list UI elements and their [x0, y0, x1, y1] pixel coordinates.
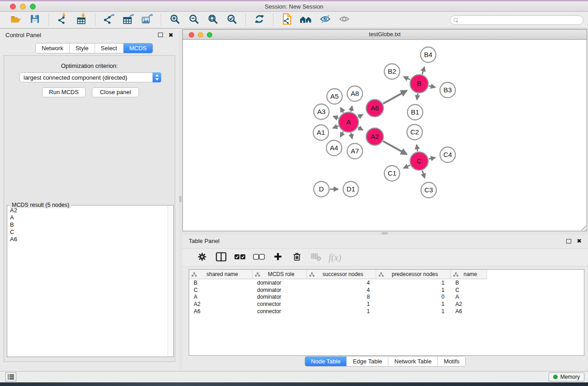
table-row[interactable]: Adominator80A — [189, 293, 584, 300]
cell-shared-name[interactable]: C — [189, 287, 253, 293]
cell-MCDS-role[interactable]: connector — [253, 308, 307, 315]
open-file-button[interactable] — [8, 13, 24, 27]
network-window-titlebar[interactable]: testGlobe.txt — [183, 30, 587, 40]
divider-handle[interactable] — [382, 232, 388, 234]
graph-edge-C-C4[interactable] — [429, 157, 435, 159]
horizontal-split-divider[interactable] — [182, 231, 588, 235]
cell-shared-name[interactable]: A6 — [189, 308, 253, 315]
float-panel-icon[interactable] — [566, 239, 571, 243]
show-columns-button[interactable] — [212, 251, 229, 264]
cell-predecessor-nodes[interactable]: 1 — [376, 301, 451, 307]
mcds-result-item[interactable]: A — [8, 214, 167, 221]
cell-shared-name[interactable]: B — [189, 280, 253, 286]
graph-node-A2[interactable]: A2 — [366, 128, 383, 145]
graph-node-A8[interactable]: A8 — [347, 86, 363, 101]
apply-layout-button[interactable] — [251, 13, 268, 27]
mcds-result-item[interactable]: C — [8, 228, 167, 235]
graph-node-A7[interactable]: A7 — [347, 143, 363, 159]
search-input[interactable] — [460, 16, 583, 24]
export-image-button[interactable] — [139, 13, 155, 27]
cell-MCDS-role[interactable]: dominator — [253, 287, 307, 293]
graph-edge-C-C2[interactable] — [416, 145, 417, 152]
result-scrollbar[interactable] — [167, 205, 173, 357]
graph-node-C1[interactable]: C1 — [384, 166, 400, 181]
zoom-fit-button[interactable] — [205, 13, 221, 27]
cell-MCDS-role[interactable]: dominator — [253, 294, 307, 300]
minimize-window-button[interactable] — [20, 4, 26, 10]
cell-predecessor-nodes[interactable]: 1 — [376, 287, 451, 293]
cell-predecessor-nodes[interactable]: 1 — [376, 280, 451, 286]
run-mcds-button[interactable]: Run MCDS — [42, 87, 86, 97]
import-network-button[interactable] — [54, 13, 71, 27]
graph-edge-A-A2[interactable] — [358, 128, 363, 130]
tab-select[interactable]: Select — [95, 43, 123, 53]
float-panel-icon[interactable] — [158, 33, 163, 37]
cell-successor-nodes[interactable]: 4 — [307, 280, 376, 286]
table-mode-button[interactable] — [193, 251, 210, 264]
column-header-shared-name[interactable]: shared name — [189, 270, 253, 279]
mcds-result-item[interactable]: B — [8, 221, 167, 228]
tab-edge-table[interactable]: Edge Table — [346, 357, 388, 366]
table-row[interactable]: Cdominator41C — [189, 286, 584, 294]
column-header-predecessor-nodes[interactable]: predecessor nodes — [376, 270, 451, 279]
table-row[interactable]: A6connector11A6 — [189, 308, 584, 315]
cell-successor-nodes[interactable]: 1 — [307, 301, 376, 307]
minimize-network-button[interactable] — [198, 32, 203, 38]
first-neighbors-button[interactable] — [298, 13, 314, 27]
tab-node-table[interactable]: Node Table — [305, 357, 347, 366]
cell-name[interactable]: C — [451, 287, 487, 293]
graph-node-B2[interactable]: B2 — [384, 64, 400, 79]
tab-network-table[interactable]: Network Table — [388, 357, 437, 366]
cell-name[interactable]: B — [451, 280, 487, 286]
close-panel-button[interactable]: Close panel — [92, 87, 139, 97]
tab-motifs[interactable]: Motifs — [437, 357, 465, 366]
graph-node-A3[interactable]: A3 — [314, 104, 329, 119]
mcds-result-item[interactable]: A6 — [8, 235, 167, 243]
close-window-button[interactable] — [10, 4, 16, 10]
cell-successor-nodes[interactable]: 1 — [307, 308, 376, 315]
graph-node-C3[interactable]: C3 — [421, 182, 436, 198]
export-table-button[interactable] — [120, 13, 136, 27]
graph-edge-B-B3[interactable] — [429, 86, 435, 87]
close-panel-icon[interactable]: ✖ — [577, 238, 582, 244]
select-all-button[interactable] — [231, 251, 249, 264]
zoom-network-button[interactable] — [207, 32, 212, 38]
zoom-window-button[interactable] — [30, 4, 36, 10]
cell-predecessor-nodes[interactable]: 1 — [376, 308, 451, 315]
graph-node-C[interactable]: C — [410, 152, 428, 170]
search-field[interactable] — [450, 15, 583, 25]
graph-edge-A-A5[interactable] — [340, 108, 343, 113]
deselect-all-button[interactable] — [250, 251, 268, 264]
cell-name[interactable]: A6 — [451, 308, 487, 315]
graph-node-A1[interactable]: A1 — [313, 125, 329, 140]
graph-edge-C-C3[interactable] — [422, 171, 425, 178]
graph-node-C4[interactable]: C4 — [440, 147, 455, 162]
graph-edge-A-A1[interactable] — [333, 126, 338, 129]
divider-handle[interactable] — [179, 196, 182, 202]
new-column-button[interactable] — [269, 251, 287, 264]
graph-node-A[interactable]: A — [339, 112, 359, 132]
column-header-name[interactable]: name — [451, 270, 487, 279]
graph-edge-A6-B[interactable] — [383, 91, 406, 104]
graph-node-D[interactable]: D — [314, 181, 329, 197]
cell-successor-nodes[interactable]: 8 — [307, 294, 376, 300]
cell-shared-name[interactable]: A2 — [189, 301, 253, 307]
graph-edge-A-A3[interactable] — [333, 116, 339, 118]
save-session-button[interactable] — [27, 13, 43, 27]
graph-edge-A-A4[interactable] — [340, 132, 344, 137]
graph-edge-B-B4[interactable] — [422, 67, 425, 74]
graph-node-B[interactable]: B — [410, 75, 428, 93]
hide-selected-button[interactable] — [317, 13, 333, 27]
tab-mcds[interactable]: MCDS — [123, 43, 153, 53]
graph-edge-B-B1[interactable] — [417, 94, 418, 100]
table-row[interactable]: Bdominator41B — [189, 279, 584, 286]
graph-node-A5[interactable]: A5 — [327, 89, 342, 104]
graph-node-B3[interactable]: B3 — [440, 82, 455, 98]
delete-columns-button[interactable] — [288, 251, 306, 264]
graph-node-A6[interactable]: A6 — [366, 100, 383, 117]
graph-edge-A-A6[interactable] — [358, 114, 363, 117]
cell-shared-name[interactable]: A — [189, 294, 253, 300]
vertical-split-divider[interactable] — [179, 29, 182, 371]
graph-edge-A-A8[interactable] — [351, 106, 352, 111]
close-panel-icon[interactable]: ✖ — [168, 32, 173, 38]
